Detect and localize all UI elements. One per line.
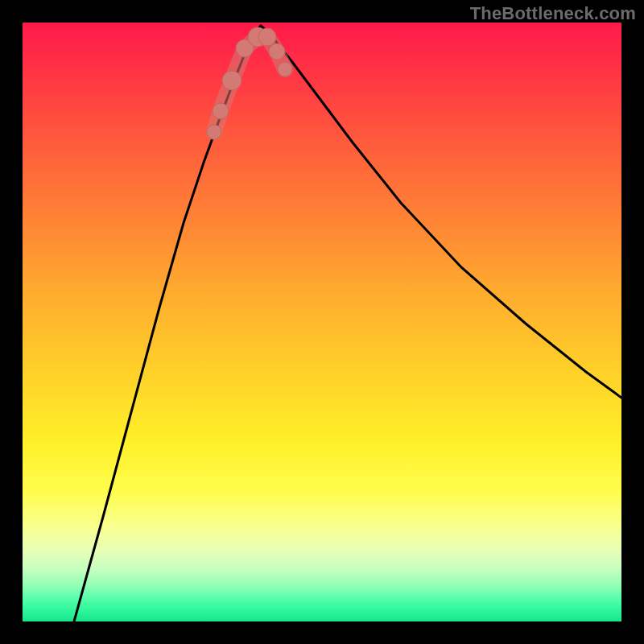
marker-dot bbox=[258, 28, 276, 46]
marker-segment bbox=[207, 27, 292, 139]
watermark-text: TheBottleneck.com bbox=[470, 3, 636, 24]
marker-dot bbox=[222, 71, 242, 90]
chart-svg bbox=[23, 23, 621, 621]
marker-dot bbox=[269, 43, 285, 60]
plot-area bbox=[23, 23, 621, 621]
marker-dot bbox=[213, 103, 229, 119]
marker-dot bbox=[207, 125, 221, 139]
marker-dot bbox=[278, 62, 292, 76]
curve-right-path bbox=[261, 26, 621, 398]
curve-left bbox=[74, 26, 261, 621]
chart-frame: TheBottleneck.com bbox=[0, 0, 644, 644]
curve-right bbox=[261, 26, 621, 398]
curve-left-path bbox=[74, 26, 261, 621]
